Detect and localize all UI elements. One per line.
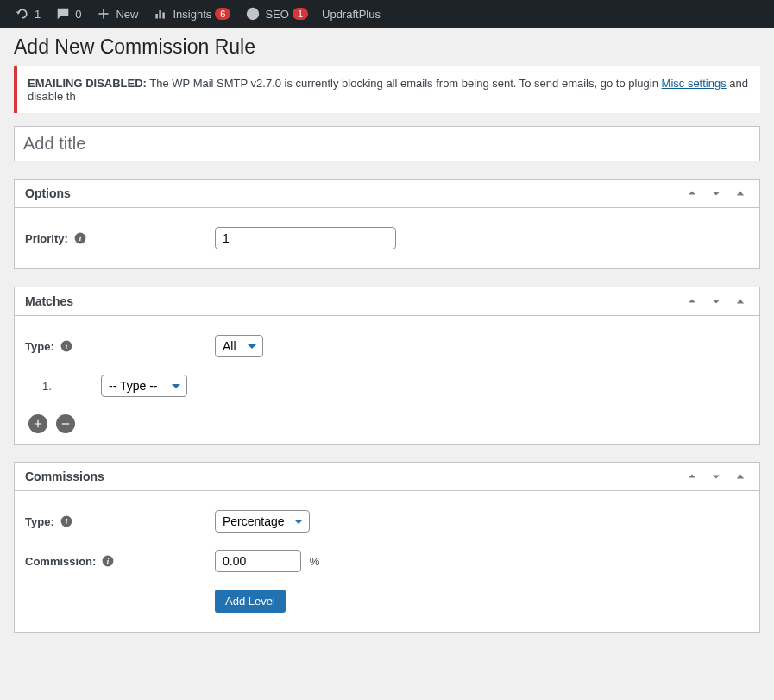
admin-toolbar: 1 0 New Insights 6 SEO 1 UpdraftPlus xyxy=(0,0,774,28)
insights-badge: 6 xyxy=(215,8,230,20)
toolbar-insights[interactable]: Insights 6 xyxy=(145,0,237,28)
matches-type-select[interactable]: All xyxy=(215,335,263,357)
commissions-postbox: Commissions Type: i Percentage Commissio… xyxy=(14,462,760,633)
info-icon[interactable]: i xyxy=(60,339,73,353)
match-row-type-wrap: -- Type -- xyxy=(101,375,187,397)
commission-input[interactable] xyxy=(215,550,301,572)
priority-label: Priority: xyxy=(25,232,68,245)
options-move-down[interactable] xyxy=(708,185,725,202)
info-icon[interactable]: i xyxy=(101,554,115,568)
content-area: Add New Commission Rule EMAILING DISABLE… xyxy=(0,28,774,646)
info-icon[interactable]: i xyxy=(60,514,73,528)
matches-toggle[interactable] xyxy=(732,293,749,310)
match-row-type-select[interactable]: -- Type -- xyxy=(101,375,187,397)
match-row-buttons xyxy=(25,406,749,433)
seo-badge: 1 xyxy=(293,8,308,20)
options-header: Options xyxy=(15,180,759,208)
commissions-heading: Commissions xyxy=(15,463,115,490)
commission-suffix: % xyxy=(310,555,320,568)
commissions-body: Type: i Percentage Commission: i % xyxy=(15,491,759,632)
matches-body: Type: i All 1. -- Type -- xyxy=(15,316,759,444)
remove-match-button[interactable] xyxy=(56,414,75,433)
options-heading: Options xyxy=(15,180,81,207)
matches-move-up[interactable] xyxy=(683,293,701,310)
priority-row: Priority: i xyxy=(25,218,749,258)
toolbar-new[interactable]: New xyxy=(88,0,145,28)
commissions-type-select-wrap: Percentage xyxy=(215,510,310,533)
commissions-handle-actions xyxy=(683,468,759,485)
options-postbox: Options Priority: i xyxy=(14,179,760,269)
priority-input[interactable] xyxy=(215,227,396,249)
commissions-type-label-wrap: Type: i xyxy=(25,514,215,528)
matches-type-select-wrap: All xyxy=(215,335,263,357)
seo-icon xyxy=(244,5,261,22)
toolbar-new-label: New xyxy=(116,8,138,21)
chart-icon xyxy=(152,5,169,22)
commissions-move-up[interactable] xyxy=(683,468,701,485)
svg-point-0 xyxy=(247,8,259,20)
toolbar-updraft-label: UpdraftPlus xyxy=(322,8,381,21)
commission-label-wrap: Commission: i xyxy=(25,554,215,568)
notice-strong: EMAILING DISABLED: xyxy=(28,77,147,90)
options-body: Priority: i xyxy=(15,208,759,268)
toolbar-refresh-count: 1 xyxy=(35,8,41,21)
matches-type-label-wrap: Type: i xyxy=(25,339,215,353)
match-row-num: 1. xyxy=(42,380,85,393)
matches-type-row: Type: i All xyxy=(25,326,749,366)
toolbar-comments[interactable]: 0 xyxy=(47,0,88,28)
plus-icon xyxy=(95,5,112,22)
priority-label-wrap: Priority: i xyxy=(25,231,215,245)
page-title: Add New Commission Rule xyxy=(14,28,760,62)
commissions-type-label: Type: xyxy=(25,515,54,528)
commission-row: Commission: i % xyxy=(25,541,749,581)
refresh-icon xyxy=(14,5,31,22)
commissions-type-row: Type: i Percentage xyxy=(25,501,749,541)
commissions-type-select[interactable]: Percentage xyxy=(215,510,310,533)
notice-link[interactable]: Misc settings xyxy=(662,77,727,90)
email-disabled-notice: EMAILING DISABLED: The WP Mail SMTP v2.7… xyxy=(14,66,760,113)
toolbar-updraft[interactable]: UpdraftPlus xyxy=(315,0,387,28)
toolbar-insights-label: Insights xyxy=(173,8,211,21)
toolbar-seo-label: SEO xyxy=(265,8,288,21)
notice-text1: The WP Mail SMTP v2.7.0 is currently blo… xyxy=(147,77,662,90)
add-level-row: Add Level xyxy=(25,581,749,621)
options-move-up[interactable] xyxy=(683,185,701,202)
matches-heading: Matches xyxy=(15,287,84,315)
matches-type-label: Type: xyxy=(25,340,54,353)
commissions-move-down[interactable] xyxy=(708,468,725,485)
commissions-toggle[interactable] xyxy=(732,468,749,485)
add-match-button[interactable] xyxy=(28,414,47,433)
commission-label: Commission: xyxy=(25,555,96,568)
toolbar-refresh[interactable]: 1 xyxy=(7,0,47,28)
add-level-button[interactable]: Add Level xyxy=(215,590,286,613)
options-handle-actions xyxy=(683,185,759,202)
toolbar-comments-count: 0 xyxy=(75,8,81,21)
options-toggle[interactable] xyxy=(732,185,749,202)
title-wrap xyxy=(14,126,760,161)
matches-postbox: Matches Type: i All 1. -- Type -- xyxy=(14,287,760,445)
matches-handle-actions xyxy=(683,293,759,310)
info-icon[interactable]: i xyxy=(73,231,87,245)
toolbar-seo[interactable]: SEO 1 xyxy=(237,0,315,28)
comment-icon xyxy=(54,5,72,22)
match-row-1: 1. -- Type -- xyxy=(25,366,749,406)
matches-header: Matches xyxy=(15,287,759,316)
commissions-header: Commissions xyxy=(15,463,759,491)
title-input[interactable] xyxy=(15,127,759,161)
matches-move-down[interactable] xyxy=(708,293,725,310)
